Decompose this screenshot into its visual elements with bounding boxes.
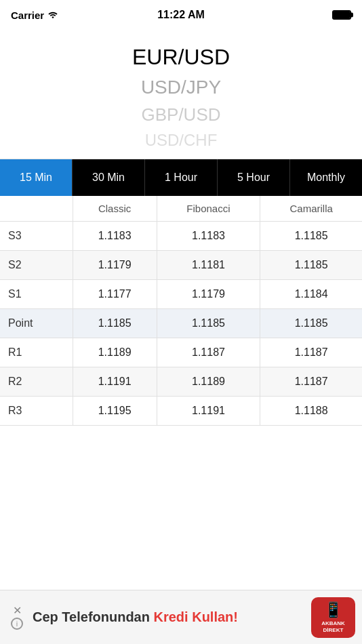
status-time: 11:22 AM	[157, 9, 205, 21]
ad-text-plain: Cep Telefonundan	[33, 609, 154, 624]
ad-banner: ✕ i Cep Telefonundan Kredi Kullan! 📱 AKB…	[0, 590, 362, 644]
tab-5hour[interactable]: 5 Hour	[218, 159, 290, 196]
cell-camarilla: 1.1185	[260, 251, 362, 280]
pivot-table: Classic Fibonacci Camarilla S31.11831.11…	[0, 196, 362, 426]
table-row: S31.11831.11831.1185	[0, 222, 362, 251]
cell-camarilla: 1.1185	[260, 222, 362, 251]
cell-key: R1	[0, 338, 73, 367]
tab-15min[interactable]: 15 Min	[0, 159, 73, 196]
ad-text-highlight: Kredi Kullan!	[154, 609, 238, 624]
header-classic: Classic	[73, 196, 157, 222]
battery-icon	[332, 10, 351, 20]
cell-fibonacci: 1.1191	[157, 397, 260, 426]
cell-classic: 1.1195	[73, 397, 157, 426]
ad-close-area: ✕ i	[7, 605, 27, 630]
currency-item-eurusd[interactable]: EUR/USD	[0, 41, 362, 73]
currency-selector[interactable]: EUR/USD USD/JPY GBP/USD USD/CHF	[0, 27, 362, 159]
table-row: R21.11911.11891.1187	[0, 367, 362, 397]
cell-camarilla: 1.1187	[260, 338, 362, 367]
cell-classic: 1.1179	[73, 251, 157, 280]
ad-info-button[interactable]: i	[11, 618, 23, 630]
table-row: S11.11771.11791.1184	[0, 280, 362, 309]
content-area: Classic Fibonacci Camarilla S31.11831.11…	[0, 196, 362, 590]
table-row: Point1.11851.11851.1185	[0, 309, 362, 338]
ad-logo-text: AKBANKDİREKT	[321, 620, 345, 633]
cell-fibonacci: 1.1181	[157, 251, 260, 280]
cell-camarilla: 1.1188	[260, 397, 362, 426]
cell-key: R2	[0, 367, 73, 397]
cell-camarilla: 1.1185	[260, 309, 362, 338]
cell-classic: 1.1191	[73, 367, 157, 397]
table-header-row: Classic Fibonacci Camarilla	[0, 196, 362, 222]
table-row: S21.11791.11811.1185	[0, 251, 362, 280]
tab-bar: 15 Min 30 Min 1 Hour 5 Hour Monthly	[0, 159, 362, 196]
status-bar: Carrier 11:22 AM	[0, 0, 362, 27]
ad-logo[interactable]: 📱 AKBANKDİREKT	[311, 597, 355, 638]
cell-classic: 1.1185	[73, 309, 157, 338]
carrier-label: Carrier	[11, 9, 59, 21]
cell-camarilla: 1.1187	[260, 367, 362, 397]
cell-key: S3	[0, 222, 73, 251]
tab-monthly[interactable]: Monthly	[290, 159, 362, 196]
currency-item-usdchf[interactable]: USD/CHF	[0, 128, 362, 153]
cell-key: S1	[0, 280, 73, 309]
tab-1hour[interactable]: 1 Hour	[145, 159, 218, 196]
cell-key: S2	[0, 251, 73, 280]
header-label	[0, 196, 73, 222]
header-camarilla: Camarilla	[260, 196, 362, 222]
table-row: R11.11891.11871.1187	[0, 338, 362, 367]
cell-fibonacci: 1.1179	[157, 280, 260, 309]
cell-fibonacci: 1.1187	[157, 338, 260, 367]
header-fibonacci: Fibonacci	[157, 196, 260, 222]
ad-phone-icon: 📱	[324, 601, 342, 619]
currency-item-usdjpy[interactable]: USD/JPY	[0, 73, 362, 102]
cell-fibonacci: 1.1189	[157, 367, 260, 397]
ad-text: Cep Telefonundan Kredi Kullan!	[33, 609, 306, 625]
cell-key: Point	[0, 309, 73, 338]
cell-classic: 1.1183	[73, 222, 157, 251]
currency-item-gbpusd[interactable]: GBP/USD	[0, 102, 362, 128]
wifi-icon	[47, 9, 59, 21]
cell-classic: 1.1177	[73, 280, 157, 309]
tab-30min[interactable]: 30 Min	[73, 159, 145, 196]
battery-indicator	[332, 10, 351, 20]
cell-classic: 1.1189	[73, 338, 157, 367]
cell-fibonacci: 1.1183	[157, 222, 260, 251]
table-row: R31.11951.11911.1188	[0, 397, 362, 426]
cell-camarilla: 1.1184	[260, 280, 362, 309]
cell-key: R3	[0, 397, 73, 426]
cell-fibonacci: 1.1185	[157, 309, 260, 338]
ad-close-button[interactable]: ✕	[13, 605, 22, 616]
